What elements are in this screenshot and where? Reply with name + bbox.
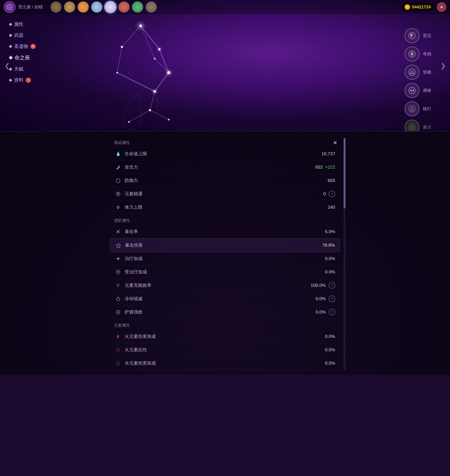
heal-bonus-icon — [115, 255, 121, 262]
crit-rate-value: 5.0% — [307, 229, 335, 234]
atk-icon — [115, 164, 121, 171]
char-avatar-5[interactable] — [104, 1, 117, 13]
crit-dmg-value: 78.8% — [307, 243, 335, 248]
svg-point-45 — [118, 193, 119, 195]
menu-label-artifact: 圣遗物 — [14, 43, 28, 49]
skill-item-yideng[interactable]: 移灯 — [404, 101, 431, 116]
char-avatar-8[interactable] — [145, 1, 157, 13]
menu-diamond-icon — [9, 78, 12, 82]
menu-label-info: 资料 — [14, 77, 24, 83]
svg-point-42 — [409, 124, 415, 130]
mastery-help-button[interactable]: ? — [329, 191, 335, 197]
cooldown-name: 冷却缩减 — [125, 296, 298, 302]
energy-recharge-icon — [115, 282, 121, 289]
skill-item-qijuan[interactable]: 奇捐 — [404, 47, 431, 61]
shield-help-button[interactable]: ? — [329, 309, 335, 315]
skill-label-qijuan: 奇捐 — [423, 51, 431, 57]
skill-icon-leihou — [404, 28, 420, 43]
heal-recv-name: 受治疗加成 — [125, 269, 307, 275]
shield-icon — [115, 309, 121, 315]
gold-coin-icon — [404, 4, 410, 10]
menu-diamond-icon — [9, 67, 12, 71]
char-avatar-2[interactable] — [64, 1, 76, 13]
svg-line-16 — [117, 73, 155, 91]
left-menu: 属性 武器 圣遗物 5 命之座 天赋 资料 ! — [9, 19, 36, 86]
stat-row-mastery: 元素精通 0 ? — [110, 187, 340, 201]
stamina-name: 体力上限 — [125, 204, 307, 210]
svg-point-43 — [412, 127, 413, 128]
svg-point-30 — [128, 121, 130, 123]
char-avatar-6[interactable] — [118, 1, 130, 13]
energy-recharge-help-button[interactable]: ? — [329, 282, 335, 289]
stat-row-heal-recv: 受治疗加成 0.0% — [110, 265, 340, 279]
menu-item-talent[interactable]: 天赋 — [9, 64, 36, 75]
mastery-value: 0 — [298, 191, 326, 196]
close-button[interactable]: × — [437, 2, 446, 12]
skill-item-leihou[interactable]: 雷厄 — [404, 28, 431, 43]
stat-row-cooldown: 冷却缩减 0.0% ? — [110, 292, 340, 305]
energy-recharge-value: 100.0% — [298, 283, 326, 288]
hp-name: 生命值上限 — [125, 151, 307, 157]
menu-diamond-icon — [9, 45, 12, 48]
gold-amount: 54421724 — [412, 5, 431, 10]
constellation-svg — [70, 12, 211, 129]
close-stats-button[interactable]: × — [331, 138, 340, 148]
info-badge: ! — [26, 77, 31, 83]
constellation-background: 雷元素 / 刻晴 — [0, 0, 450, 131]
heal-recv-icon — [115, 269, 121, 275]
menu-item-info[interactable]: 资料 ! — [9, 75, 36, 86]
pyro-res-icon — [115, 347, 121, 353]
svg-point-36 — [409, 69, 415, 76]
def-value: 655 — [307, 178, 335, 183]
skill-item-diaolv[interactable]: 调律 — [404, 83, 431, 98]
mastery-name: 元素精通 — [125, 191, 298, 197]
stats-panel-section: × 基础属性 💧 生命值上限 10,737 攻击力 652 +222 — [0, 131, 450, 375]
artifact-badge: 5 — [30, 44, 36, 49]
heal-bonus-name: 治疗加成 — [125, 256, 307, 262]
stamina-icon — [115, 204, 121, 211]
energy-recharge-name: 元素充能效率 — [125, 282, 298, 288]
svg-point-35 — [411, 53, 413, 55]
mastery-icon — [115, 191, 121, 197]
svg-point-31 — [168, 119, 170, 120]
menu-item-constellation[interactable]: 命之座 — [9, 52, 36, 64]
menu-diamond-icon — [9, 56, 13, 60]
hp-icon: 💧 — [115, 150, 121, 157]
char-avatar-3[interactable] — [77, 1, 89, 13]
char-avatar-4[interactable] — [91, 1, 103, 13]
char-avatar-7[interactable] — [131, 1, 144, 13]
stamina-value: 240 — [307, 205, 335, 210]
skill-icon-denglou — [404, 65, 420, 80]
pyro-dmg-value: 0.0% — [307, 334, 335, 339]
menu-label-attr: 属性 — [14, 21, 24, 27]
cooldown-help-button[interactable]: ? — [329, 295, 335, 302]
stat-row-pyro-res: 火元素抗性 0.0% — [110, 343, 340, 357]
crit-rate-name: 暴击率 — [125, 229, 307, 235]
svg-point-39 — [411, 107, 413, 109]
top-nav-bar: 雷元素 / 刻晴 — [0, 0, 450, 14]
skill-label-lianzheng: 廉贞 — [423, 124, 431, 130]
right-skills-panel: 雷厄 奇捐 登楼 调律 移灯 — [404, 28, 431, 131]
skill-item-denglou[interactable]: 登楼 — [404, 65, 431, 80]
shield-name: 护盾强效 — [125, 309, 298, 315]
stat-row-shield: 护盾强效 0.0% ? — [110, 305, 340, 319]
constellation-display — [70, 12, 211, 129]
svg-line-12 — [150, 110, 169, 119]
pyro-dmg-icon — [115, 333, 121, 340]
stat-row-energy-recharge: 元素充能效率 100.0% ? — [110, 279, 340, 292]
menu-item-weapon[interactable]: 武器 — [9, 30, 36, 41]
svg-point-19 — [136, 21, 146, 31]
skill-label-yideng: 移灯 — [423, 106, 431, 112]
skill-item-lianzheng[interactable]: 廉贞 — [404, 119, 431, 131]
char-avatar-1[interactable] — [50, 1, 62, 13]
skill-icon-qijuan — [404, 47, 420, 61]
menu-item-attr[interactable]: 属性 — [9, 19, 36, 30]
hydro-dmg-icon — [115, 360, 121, 367]
crit-dmg-icon — [115, 242, 122, 249]
menu-item-artifact[interactable]: 圣遗物 5 — [9, 41, 36, 52]
skill-icon-lianzheng — [404, 119, 420, 131]
atk-bonus: +222 — [325, 165, 335, 170]
pyro-res-name: 火元素抗性 — [125, 347, 307, 353]
scroll-thumb[interactable] — [343, 138, 345, 208]
arrow-right-button[interactable]: ❯ — [438, 61, 448, 70]
